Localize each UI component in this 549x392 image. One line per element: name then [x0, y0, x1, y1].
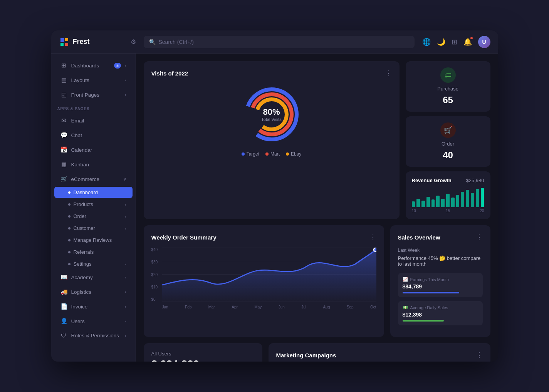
chart-area — [162, 248, 376, 302]
x-mar: Mar — [208, 305, 215, 309]
sub-label-dashboard: Dashboard — [74, 189, 98, 195]
sidebar-item-referrals[interactable]: Referrals — [54, 246, 133, 258]
x-feb: Feb — [185, 305, 191, 309]
marketing-menu[interactable]: ⋮ — [476, 351, 483, 359]
daily-sales-value: $12,398 — [403, 312, 478, 318]
y-axis-10: $10 — [151, 285, 158, 289]
sidebar-item-dashboard[interactable]: Dashboard — [54, 187, 133, 198]
all-users-value: 8,634,820 — [151, 358, 255, 362]
sidebar-item-layouts[interactable]: ▤ Layouts › — [54, 73, 133, 87]
legend-mart: Mart — [265, 151, 280, 157]
order-label: Order — [442, 141, 454, 147]
sidebar-item-products[interactable]: Products › — [54, 199, 133, 210]
sidebar-label-users: Users — [71, 318, 121, 324]
x-sep: Sep — [347, 305, 354, 309]
sidebar-item-kanban[interactable]: ▦ Kanban — [54, 157, 133, 171]
avatar[interactable]: U — [478, 36, 490, 48]
donut-label: Total Visits — [261, 117, 281, 122]
invoice-icon: 📄 — [60, 303, 67, 310]
dashboard-badge: 5 — [114, 63, 121, 69]
legend-label-mart: Mart — [270, 151, 280, 157]
weekly-card-header: Weekly Order Summary ⋮ — [151, 233, 376, 241]
sidebar-item-academy[interactable]: 📖 Academy › — [54, 270, 133, 284]
x-may: May — [254, 305, 262, 309]
sales-desc: Performance 45% 🤔 better compare to last… — [398, 255, 483, 267]
sales-card-menu[interactable]: ⋮ — [476, 233, 483, 241]
sidebar-item-logistics[interactable]: 🚚 Logistics › — [54, 285, 133, 299]
revenue-bar-1 — [416, 199, 420, 208]
weekly-order-card: Weekly Order Summary ⋮ $40 $30 $20 $10 $… — [144, 225, 384, 337]
legend-label-target: Target — [247, 151, 259, 157]
marketing-campaigns-card: Marketing Campaigns ⋮ — [269, 343, 490, 362]
revenue-bar-10 — [461, 192, 464, 207]
visits-card-menu[interactable]: ⋮ — [385, 69, 392, 77]
x-jun: Jun — [279, 305, 285, 309]
sidebar-item-invoice[interactable]: 📄 Invoice › — [54, 300, 133, 313]
sidebar-label-email: Email — [71, 118, 126, 124]
sidebar-item-frontpages[interactable]: ◱ Front Pages › — [54, 88, 133, 102]
notification-badge — [470, 36, 473, 40]
donut-container: 80% Total Visits Target Mart — [151, 84, 392, 157]
globe-icon[interactable]: 🌐 — [422, 38, 431, 46]
sidebar-item-calendar[interactable]: 📅 Calendar — [54, 143, 133, 157]
order-value: 40 — [443, 150, 453, 161]
sidebar-item-chat[interactable]: 💬 Chat — [54, 128, 133, 142]
order-card: 🛒 Order 40 — [406, 116, 490, 167]
moon-icon[interactable]: 🌙 — [437, 38, 445, 46]
donut-percent: 80% — [261, 107, 281, 117]
search-bar[interactable]: 🔍 Search (Ctrl+/) — [144, 36, 415, 48]
bell-icon[interactable]: 🔔 — [463, 38, 472, 46]
revenue-bar-6 — [441, 199, 445, 208]
purchase-card: 🏷 Purchase 65 — [406, 61, 490, 112]
revenue-bar-12 — [471, 193, 474, 208]
revenue-bar-11 — [466, 190, 469, 207]
sidebar-item-roles[interactable]: 🛡 Roles & Permissions › — [54, 329, 133, 342]
chevron-icon: › — [125, 290, 126, 294]
legend-ebay: Ebay — [286, 151, 301, 157]
sidebar-item-settings[interactable]: Settings › — [54, 258, 133, 270]
sidebar-item-manage-reviews[interactable]: Manage Reviews — [54, 235, 133, 246]
y-axis-0: $0 — [151, 297, 158, 302]
sidebar-item-dashboards[interactable]: ⊞ Dashboards 5 › — [54, 59, 133, 72]
sidebar-item-users[interactable]: 👤 Users › — [54, 314, 133, 328]
kanban-icon: ▦ — [60, 161, 67, 168]
chevron-icon: › — [125, 304, 126, 309]
marketing-title: Marketing Campaigns — [276, 352, 336, 358]
sidebar-item-email[interactable]: ✉ Email — [54, 114, 133, 127]
sidebar-label-logistics: Logistics — [71, 289, 121, 295]
chevron-icon: › — [125, 226, 126, 231]
line-chart-area: $40 $30 $20 $10 $0 — [151, 248, 376, 309]
sub-label-order: Order — [74, 213, 86, 219]
sub-dot — [68, 227, 71, 230]
sidebar-item-order[interactable]: Order › — [54, 211, 133, 222]
order-icon-circle: 🛒 — [440, 122, 456, 138]
visits-card-header: Visits of 2022 ⋮ — [151, 69, 392, 77]
earnings-label: 📈 Earnings This Month — [403, 277, 478, 282]
sidebar-item-customer[interactable]: Customer › — [54, 223, 133, 234]
revenue-amount: $25,980 — [466, 178, 484, 183]
chevron-icon: › — [125, 78, 126, 82]
grid-icon[interactable]: ⊞ — [452, 38, 457, 46]
chevron-icon: › — [125, 333, 126, 338]
header: Frest ⚙ 🔍 Search (Ctrl+/) 🌐 🌙 ⊞ 🔔 U — [51, 30, 498, 54]
chevron-icon: › — [125, 262, 126, 266]
settings-icon[interactable]: ⚙ — [131, 38, 136, 45]
search-placeholder: Search (Ctrl+/) — [159, 39, 194, 45]
sub-label-settings: Settings — [74, 261, 92, 267]
sidebar-label-dashboards: Dashboards — [71, 63, 111, 69]
sidebar-item-ecommerce[interactable]: 🛒 eCommerce ∨ — [54, 172, 133, 186]
users-icon: 👤 — [60, 318, 67, 325]
sidebar-label-ecommerce: eCommerce — [71, 176, 119, 182]
weekly-card-menu[interactable]: ⋮ — [369, 233, 376, 241]
sidebar: ⊞ Dashboards 5 › ▤ Layouts › ◱ Front Pag… — [51, 54, 136, 362]
revenue-bar-0 — [412, 201, 415, 207]
chevron-icon: › — [125, 202, 126, 207]
frontpages-icon: ◱ — [60, 91, 67, 98]
sub-label-customer: Customer — [74, 225, 95, 231]
sales-card-header: Sales Overview ⋮ — [398, 233, 483, 241]
legend-label-ebay: Ebay — [291, 151, 301, 157]
weekly-card-title: Weekly Order Summary — [151, 234, 217, 241]
section-label-apps: APPS & PAGES — [51, 102, 136, 113]
app-wrapper: Frest ⚙ 🔍 Search (Ctrl+/) 🌐 🌙 ⊞ 🔔 U ⊞ Da… — [51, 30, 498, 362]
logo-icon — [59, 37, 70, 47]
